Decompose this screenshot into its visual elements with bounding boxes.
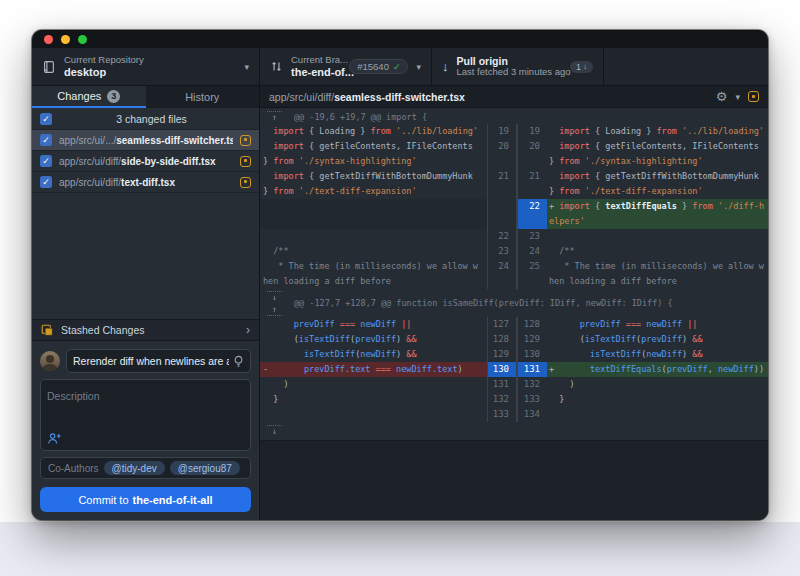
- diff-row[interactable]: /**2324 /**: [260, 244, 768, 259]
- diff-old-code[interactable]: } from './text-diff-expansion': [260, 184, 487, 199]
- diff-row[interactable]: * The time (in milliseconds) we allow w2…: [260, 259, 768, 274]
- expand-down-icon[interactable]: ↓: [267, 425, 282, 437]
- diff-new-code[interactable]: + textDiffEquals(prevDiff, newDiff)): [547, 362, 768, 377]
- diff-new-code[interactable]: }: [547, 392, 768, 407]
- diff-old-code[interactable]: [260, 214, 487, 229]
- new-line-number[interactable]: 130: [516, 347, 547, 362]
- diff-new-code[interactable]: } from './text-diff-expansion': [547, 184, 768, 199]
- diff-new-code[interactable]: hen loading a diff before: [547, 274, 768, 289]
- diff-new-code[interactable]: } from './syntax-highlighting': [547, 154, 768, 169]
- pull-origin-button[interactable]: ↓ Pull origin Last fetched 3 minutes ago…: [432, 48, 604, 85]
- new-line-number[interactable]: 25: [516, 259, 547, 274]
- commit-button[interactable]: Commit to the-end-of-it-all: [40, 487, 251, 512]
- diff-old-code[interactable]: /**: [260, 244, 487, 259]
- current-branch-selector[interactable]: Current Bra... the-end-of... #15640 ✓ ▾: [260, 48, 432, 85]
- diff-old-code[interactable]: isTextDiff(newDiff) &&: [260, 347, 487, 362]
- select-all-checkbox[interactable]: ✓: [40, 113, 52, 125]
- diff-row[interactable]: } from './syntax-highlighting'} from './…: [260, 154, 768, 169]
- diff-old-code[interactable]: - prevDiff.text === newDiff.text): [260, 362, 487, 377]
- new-line-number[interactable]: 21: [516, 169, 547, 184]
- tab-changes[interactable]: Changes 3: [32, 86, 146, 108]
- diff-old-code[interactable]: } from './syntax-highlighting': [260, 154, 487, 169]
- diff-new-code[interactable]: + import { textDiffEquals } from './diff…: [547, 199, 768, 214]
- diff-row[interactable]: hen loading a diff beforehen loading a d…: [260, 274, 768, 289]
- diff-row[interactable]: 2223: [260, 229, 768, 244]
- new-line-number[interactable]: 128: [516, 317, 547, 332]
- old-line-number[interactable]: 130: [487, 362, 516, 377]
- old-line-number[interactable]: [487, 199, 516, 214]
- expand-down-icon[interactable]: ↓: [267, 291, 282, 303]
- add-coauthor-icon[interactable]: [47, 432, 62, 445]
- diff-row[interactable]: (isTextDiff(prevDiff) &&128129 (isTextDi…: [260, 332, 768, 347]
- coauthor-pill[interactable]: @tidy-dev: [104, 461, 165, 475]
- new-line-number[interactable]: 19: [516, 124, 547, 139]
- coauthor-pill[interactable]: @sergiou87: [170, 461, 240, 475]
- old-line-number[interactable]: 132: [487, 392, 516, 407]
- diff-new-code[interactable]: [547, 407, 768, 422]
- diff-old-code[interactable]: import { getFileContents, IFileContents: [260, 139, 487, 154]
- old-line-number[interactable]: 19: [487, 124, 516, 139]
- old-line-number[interactable]: 128: [487, 332, 516, 347]
- minimize-button[interactable]: [61, 35, 70, 44]
- diff-row[interactable]: import { getFileContents, IFileContents2…: [260, 139, 768, 154]
- expand-up-icon[interactable]: ↑: [267, 111, 282, 123]
- new-line-number[interactable]: [516, 274, 547, 289]
- diff-row[interactable]: 133134: [260, 407, 768, 422]
- diff-new-code[interactable]: [547, 229, 768, 244]
- new-line-number[interactable]: 133: [516, 392, 547, 407]
- diff-new-code[interactable]: isTextDiff(newDiff) &&: [547, 347, 768, 362]
- old-line-number[interactable]: 24: [487, 259, 516, 274]
- new-line-number[interactable]: [516, 184, 547, 199]
- chevron-down-icon[interactable]: ▾: [735, 92, 740, 102]
- new-line-number[interactable]: [516, 214, 547, 229]
- diff-row[interactable]: 22+ import { textDiffEquals } from './di…: [260, 199, 768, 214]
- diff-new-code[interactable]: prevDiff === newDiff ||: [547, 317, 768, 332]
- old-line-number[interactable]: 20: [487, 139, 516, 154]
- file-row[interactable]: ✓app/src/ui/diff/text-diff.tsx: [32, 172, 259, 193]
- file-row[interactable]: ✓app/src/ui/.../seamless-diff-switcher.t…: [32, 130, 259, 151]
- new-line-number[interactable]: 131: [516, 362, 547, 377]
- gear-icon[interactable]: ⚙: [716, 90, 728, 103]
- new-line-number[interactable]: 20: [516, 139, 547, 154]
- diff-new-code[interactable]: (isTextDiff(prevDiff) &&: [547, 332, 768, 347]
- old-line-number[interactable]: [487, 154, 516, 169]
- diff-new-code[interactable]: ): [547, 377, 768, 392]
- diff-old-code[interactable]: (isTextDiff(prevDiff) &&: [260, 332, 487, 347]
- old-line-number[interactable]: 127: [487, 317, 516, 332]
- old-line-number[interactable]: [487, 184, 516, 199]
- diff-row[interactable]: )131132 ): [260, 377, 768, 392]
- diff-old-code[interactable]: ): [260, 377, 487, 392]
- diff-new-code[interactable]: import { Loading } from '../lib/loading': [547, 124, 768, 139]
- diff-new-code[interactable]: import { getFileContents, IFileContents: [547, 139, 768, 154]
- diff-row[interactable]: - prevDiff.text === newDiff.text)130131+…: [260, 362, 768, 377]
- diff-row[interactable]: import { Loading } from '../lib/loading'…: [260, 124, 768, 139]
- new-line-number[interactable]: 134: [516, 407, 547, 422]
- old-line-number[interactable]: 23: [487, 244, 516, 259]
- close-button[interactable]: [44, 35, 53, 44]
- file-row[interactable]: ✓app/src/ui/diff/side-by-side-diff.tsx: [32, 151, 259, 172]
- diff-new-code[interactable]: * The time (in milliseconds) we allow w: [547, 259, 768, 274]
- diff-old-code[interactable]: hen loading a diff before: [260, 274, 487, 289]
- new-line-number[interactable]: [516, 154, 547, 169]
- diff-old-code[interactable]: prevDiff === newDiff ||: [260, 317, 487, 332]
- file-checkbox[interactable]: ✓: [40, 134, 52, 146]
- new-line-number[interactable]: 23: [516, 229, 547, 244]
- summary-input[interactable]: [73, 355, 229, 367]
- diff-old-code[interactable]: [260, 229, 487, 244]
- diff-row[interactable]: import { getTextDiffWithBottomDummyHunk2…: [260, 169, 768, 184]
- diff-old-code[interactable]: [260, 199, 487, 214]
- old-line-number[interactable]: 133: [487, 407, 516, 422]
- old-line-number[interactable]: 131: [487, 377, 516, 392]
- old-line-number[interactable]: [487, 274, 516, 289]
- diff-row[interactable]: isTextDiff(newDiff) &&129130 isTextDiff(…: [260, 347, 768, 362]
- diff-old-code[interactable]: }: [260, 392, 487, 407]
- new-line-number[interactable]: 132: [516, 377, 547, 392]
- zoom-button[interactable]: [78, 35, 87, 44]
- diff-old-code[interactable]: import { Loading } from '../lib/loading': [260, 124, 487, 139]
- stashed-changes-row[interactable]: Stashed Changes ›: [32, 319, 259, 341]
- diff-old-code[interactable]: import { getTextDiffWithBottomDummyHunk: [260, 169, 487, 184]
- diff-old-code[interactable]: * The time (in milliseconds) we allow w: [260, 259, 487, 274]
- diff-row[interactable]: elpers': [260, 214, 768, 229]
- diff-row[interactable]: }132133 }: [260, 392, 768, 407]
- diff-new-code[interactable]: import { getTextDiffWithBottomDummyHunk: [547, 169, 768, 184]
